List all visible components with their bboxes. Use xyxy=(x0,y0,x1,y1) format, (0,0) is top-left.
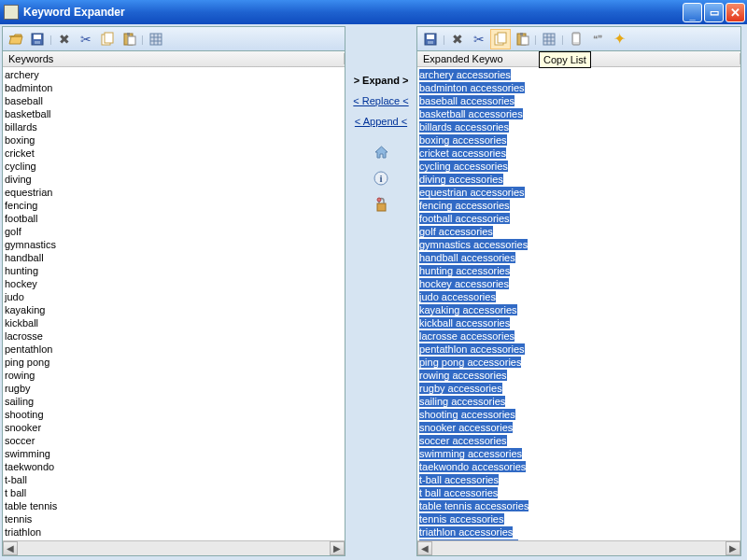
list-item[interactable]: diving xyxy=(5,173,343,186)
list-item[interactable]: billards accessories xyxy=(419,120,739,133)
replace-button[interactable]: < Replace < xyxy=(350,91,412,110)
list-item[interactable]: kayaking xyxy=(5,303,343,316)
list-item[interactable]: handball xyxy=(5,251,343,264)
list-item[interactable]: kayaking accessories xyxy=(419,303,739,316)
list-item[interactable]: basketball accessories xyxy=(419,107,739,120)
list-item[interactable]: football accessories xyxy=(419,212,739,225)
list-item[interactable]: basketball xyxy=(5,107,343,120)
list-item[interactable]: boxing accessories xyxy=(419,133,739,147)
list-item[interactable]: rugby accessories xyxy=(419,382,739,395)
list-item[interactable]: cycling xyxy=(5,160,343,173)
list-item[interactable]: sailing accessories xyxy=(419,395,739,408)
list-item[interactable]: pentathlon accessories xyxy=(419,343,739,356)
list-item[interactable]: shooting accessories xyxy=(419,408,739,421)
grid-icon[interactable] xyxy=(146,29,166,49)
list-item[interactable]: cycling accessories xyxy=(419,160,739,173)
list-item[interactable]: billards xyxy=(5,120,343,133)
minimize-button[interactable]: _ xyxy=(683,3,702,22)
expand-button[interactable]: > Expand > xyxy=(350,71,412,90)
list-item[interactable]: rowing xyxy=(5,369,343,382)
list-item[interactable]: diving accessories xyxy=(419,173,739,186)
scroll-left-icon[interactable]: ◀ xyxy=(417,541,432,555)
list-item[interactable]: rugby xyxy=(5,382,343,395)
paste-icon[interactable] xyxy=(512,29,532,49)
list-item[interactable]: lacrosse accessories xyxy=(419,329,739,343)
list-item[interactable]: sailing xyxy=(5,395,343,408)
list-item[interactable]: badminton xyxy=(5,81,343,94)
list-item[interactable]: snooker accessories xyxy=(419,421,739,434)
list-item[interactable]: cricket accessories xyxy=(419,147,739,160)
copy-icon[interactable] xyxy=(97,29,118,49)
keywords-list[interactable]: archerybadmintonbaseballbasketballbillar… xyxy=(3,67,345,540)
expanded-list[interactable]: archery accessoriesbadminton accessories… xyxy=(417,67,740,540)
list-item[interactable]: gymnastics accessories xyxy=(419,238,739,251)
list-item[interactable]: ping pong accessories xyxy=(419,356,739,369)
list-item[interactable]: equestrian accessories xyxy=(419,186,739,199)
list-item[interactable]: kickball accessories xyxy=(419,316,739,329)
list-item[interactable]: taekwondo accessories xyxy=(419,460,739,473)
list-item[interactable]: t ball accessories xyxy=(419,486,739,499)
list-item[interactable]: equestrian xyxy=(5,186,343,199)
list-item[interactable]: football xyxy=(5,212,343,225)
left-hscroll[interactable]: ◀ ▶ xyxy=(3,540,345,555)
star-icon[interactable]: ✦ xyxy=(609,29,629,49)
list-item[interactable]: triathlon accessories xyxy=(419,525,739,539)
list-item[interactable]: kickball xyxy=(5,316,343,329)
list-item[interactable]: hockey xyxy=(5,277,343,290)
list-item[interactable]: taekwondo xyxy=(5,460,343,473)
list-item[interactable]: handball accessories xyxy=(419,251,739,264)
save-icon[interactable] xyxy=(420,29,441,49)
list-item[interactable]: swimming xyxy=(5,447,343,460)
scroll-left-icon[interactable]: ◀ xyxy=(3,541,18,555)
save-icon[interactable] xyxy=(27,29,48,49)
list-item[interactable]: gymnastics xyxy=(5,238,343,251)
list-item[interactable]: snooker xyxy=(5,421,343,434)
list-item[interactable]: table tennis xyxy=(5,499,343,512)
list-item[interactable]: badminton accessories xyxy=(419,81,739,94)
list-item[interactable]: hockey accessories xyxy=(419,277,739,290)
list-item[interactable]: ping pong xyxy=(5,356,343,369)
list-item[interactable]: archery accessories xyxy=(419,68,739,81)
paste-icon[interactable] xyxy=(119,29,139,49)
list-item[interactable]: swimming accessories xyxy=(419,447,739,460)
lock-icon[interactable] xyxy=(373,196,389,213)
list-item[interactable]: soccer xyxy=(5,434,343,447)
scroll-right-icon[interactable]: ▶ xyxy=(726,541,740,555)
delete-icon[interactable]: ✖ xyxy=(54,29,75,49)
list-item[interactable]: judo xyxy=(5,290,343,303)
quote-icon[interactable]: ❝❞ xyxy=(587,29,608,49)
close-button[interactable]: ✕ xyxy=(726,3,745,22)
list-item[interactable]: fencing accessories xyxy=(419,199,739,212)
list-item[interactable]: judo accessories xyxy=(419,290,739,303)
list-item[interactable]: t-ball xyxy=(5,473,343,486)
cut-icon[interactable]: ✂ xyxy=(469,29,489,49)
list-item[interactable]: golf xyxy=(5,225,343,238)
list-item[interactable]: hunting accessories xyxy=(419,264,739,277)
list-item[interactable]: rowing accessories xyxy=(419,369,739,382)
append-button[interactable]: < Append < xyxy=(350,112,412,131)
grid-icon[interactable] xyxy=(539,29,559,49)
list-item[interactable]: table tennis accessories xyxy=(419,499,739,512)
list-item[interactable]: pentathlon xyxy=(5,343,343,356)
list-item[interactable]: archery xyxy=(5,68,343,81)
left-header[interactable]: Keywords xyxy=(3,51,345,67)
right-hscroll[interactable]: ◀ ▶ xyxy=(417,540,740,555)
list-item[interactable]: t-ball accessories xyxy=(419,473,739,486)
scroll-right-icon[interactable]: ▶ xyxy=(330,541,345,555)
copy-list-icon[interactable] xyxy=(490,29,511,49)
list-item[interactable]: soccer accessories xyxy=(419,434,739,447)
list-item[interactable]: baseball accessories xyxy=(419,94,739,107)
open-icon[interactable] xyxy=(6,29,26,49)
cut-icon[interactable]: ✂ xyxy=(76,29,96,49)
list-item[interactable]: tennis accessories xyxy=(419,512,739,525)
info-icon[interactable]: i xyxy=(373,170,389,187)
list-item[interactable]: hunting xyxy=(5,264,343,277)
list-item[interactable]: cricket xyxy=(5,147,343,160)
list-item[interactable]: fencing xyxy=(5,199,343,212)
home-icon[interactable] xyxy=(373,144,389,161)
list-item[interactable]: t ball xyxy=(5,486,343,499)
list-item[interactable]: triathlon xyxy=(5,525,343,539)
device-icon[interactable] xyxy=(566,29,586,49)
list-item[interactable]: shooting xyxy=(5,408,343,421)
list-item[interactable]: lacrosse xyxy=(5,329,343,343)
